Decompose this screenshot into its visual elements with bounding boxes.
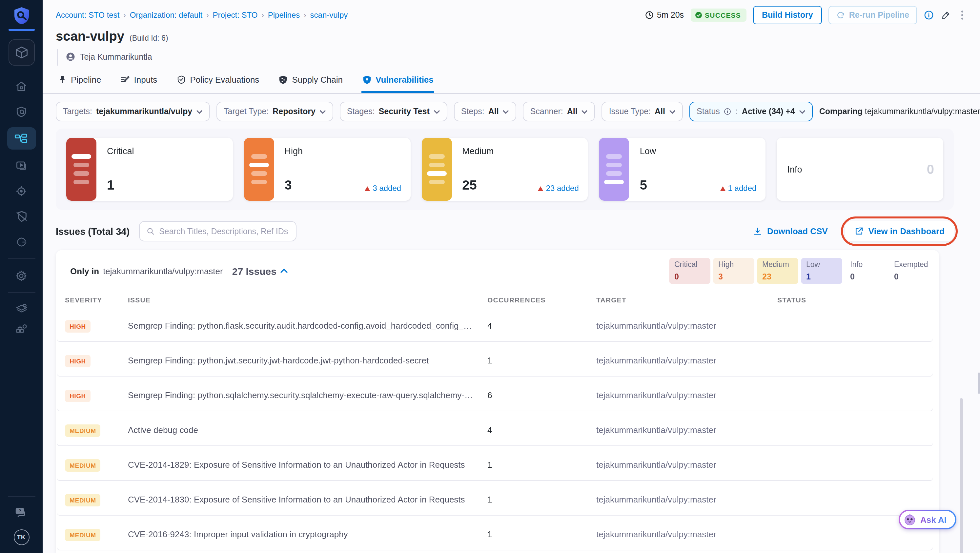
- target-icon: [15, 185, 27, 197]
- search-icon: [146, 227, 154, 235]
- module-selector-button[interactable]: [8, 39, 35, 65]
- chip-high: High3: [713, 258, 754, 284]
- sidebar-divider-3: [8, 496, 35, 497]
- filter-bar: Targets:tejakummarikuntla/vulpy Target T…: [56, 102, 980, 121]
- chevron-down-icon: [196, 109, 203, 114]
- gear-icon: [15, 269, 27, 282]
- table-row[interactable]: HIGH Semgrep Finding: python.flask.secur…: [57, 310, 933, 341]
- table-header: SEVERITY ISSUE OCCURRENCES TARGET STATUS: [56, 291, 939, 310]
- page-title: scan-vulpy: [56, 29, 124, 44]
- home-icon: [15, 80, 27, 92]
- app-window: ? TK ▶ Account: STO test› Organization: …: [0, 0, 980, 553]
- inputs-icon: [120, 75, 130, 84]
- chevron-down-icon: [799, 109, 805, 114]
- breadcrumb-pipelines[interactable]: Pipelines: [268, 11, 300, 20]
- user-avatar[interactable]: TK: [13, 529, 29, 545]
- sidebar-item-delegates[interactable]: [7, 319, 36, 338]
- sidebar-item-tokens[interactable]: [7, 232, 36, 252]
- issues-toolbar: Issues (Total 34) Download CSV View in D…: [56, 221, 954, 242]
- filter-status[interactable]: Status : Active (34) +4: [689, 102, 813, 121]
- filter-issue-type[interactable]: Issue Type:All: [602, 102, 683, 121]
- table-row[interactable]: MEDIUM CVE-2014-1830: Exposure of Sensit…: [57, 484, 933, 515]
- group-header[interactable]: Only in tejakummarikuntla/vulpy:master 2…: [56, 250, 939, 291]
- chevron-up-icon[interactable]: [280, 268, 288, 273]
- ask-ai-button[interactable]: Ask AI: [899, 510, 956, 529]
- help-button[interactable]: ?: [7, 503, 36, 523]
- tab-policy-evaluations[interactable]: Policy Evaluations: [175, 70, 260, 93]
- sidebar-item-scans[interactable]: [7, 102, 36, 121]
- filter-steps[interactable]: Steps:All: [454, 102, 517, 121]
- sidebar-item-home[interactable]: [7, 76, 36, 96]
- ai-robot-icon: [903, 513, 916, 526]
- kebab-menu-icon[interactable]: [958, 10, 967, 20]
- chip-info: Info0: [845, 258, 886, 284]
- severity-badge: MEDIUM: [65, 424, 101, 437]
- vulnerabilities-content: Targets:tejakummarikuntla/vulpy Target T…: [43, 94, 980, 553]
- high-bar-icon: [244, 138, 274, 201]
- sidebar-divider-2: [8, 292, 35, 292]
- chevron-down-icon: [582, 109, 588, 114]
- breadcrumb-project[interactable]: Project: STO: [213, 11, 258, 20]
- filter-scanner[interactable]: Scanner:All: [523, 102, 595, 121]
- severity-badge: MEDIUM: [65, 494, 101, 506]
- medium-card[interactable]: Medium 25 23 added: [422, 138, 588, 201]
- download-csv-button[interactable]: Download CSV: [753, 226, 828, 236]
- issues-search[interactable]: [139, 221, 296, 242]
- breadcrumb-pipeline-name[interactable]: scan-vulpy: [310, 11, 348, 20]
- page-scrollbar[interactable]: [978, 373, 980, 394]
- breadcrumb-organization[interactable]: Organization: default: [130, 11, 203, 20]
- issue-title[interactable]: CVE-2014-1830: Exposure of Sensitive Inf…: [128, 494, 487, 504]
- user-icon: [65, 52, 75, 62]
- build-history-button[interactable]: Build History: [753, 6, 822, 24]
- high-card[interactable]: High 3 3 added: [244, 138, 410, 201]
- tab-vulnerabilities[interactable]: Vulnerabilities: [361, 70, 434, 93]
- breadcrumb-account[interactable]: Account: STO test: [56, 11, 119, 20]
- issue-title[interactable]: Active debug code: [128, 425, 487, 435]
- info-card[interactable]: Info 0: [776, 138, 943, 201]
- chat-help-icon: ?: [15, 507, 28, 519]
- table-row[interactable]: MEDIUM Active debug code 4 tejakummariku…: [57, 415, 933, 445]
- sidebar-bottom: ? TK: [0, 489, 43, 553]
- tab-inputs[interactable]: Inputs: [120, 70, 158, 93]
- edit-pencil-icon[interactable]: [941, 10, 951, 20]
- info-icon[interactable]: [924, 10, 934, 20]
- sidebar-item-executions[interactable]: [7, 156, 36, 175]
- critical-card[interactable]: Critical 1: [66, 138, 233, 201]
- filter-stages[interactable]: Stages:Security Test: [340, 102, 447, 121]
- issue-title[interactable]: Semgrep Finding: python.jwt.security.jwt…: [128, 356, 487, 365]
- group-severity-chips: Critical0 High3 Medium23 Low1 Info0 Exem…: [667, 258, 930, 284]
- run-duration: 5m 20s: [644, 11, 684, 20]
- table-row[interactable]: MEDIUM CVE-2014-1829: Exposure of Sensit…: [57, 449, 933, 480]
- issue-title[interactable]: CVE-2016-9243: Improper input validation…: [128, 529, 487, 539]
- tab-supply-chain[interactable]: Supply Chain: [277, 70, 344, 93]
- high-added-note: 3 added: [365, 184, 401, 193]
- issue-title[interactable]: Semgrep Finding: python.sqlalchemy.secur…: [128, 390, 487, 400]
- table-row[interactable]: HIGH Semgrep Finding: python.jwt.securit…: [57, 345, 933, 376]
- filter-target-type[interactable]: Target Type:Repository: [216, 102, 333, 121]
- tab-pipeline[interactable]: Pipeline: [57, 70, 102, 93]
- sidebar-item-exemptions[interactable]: [7, 207, 36, 226]
- sidebar-item-environments[interactable]: [7, 299, 36, 319]
- issue-title[interactable]: Semgrep Finding: python.flask.security.a…: [128, 321, 487, 331]
- issue-title[interactable]: CVE-2014-1829: Exposure of Sensitive Inf…: [128, 460, 487, 470]
- low-card[interactable]: Low 5 1 added: [599, 138, 766, 201]
- severity-badge: MEDIUM: [65, 459, 101, 471]
- table-scrollbar[interactable]: [960, 398, 963, 553]
- power-circle-icon: [16, 236, 27, 248]
- view-in-dashboard-button[interactable]: View in Dashboard: [854, 226, 945, 236]
- filter-targets[interactable]: Targets:tejakummarikuntla/vulpy: [56, 102, 210, 121]
- table-row[interactable]: HIGH Semgrep Finding: python.sqlalchemy.…: [57, 380, 933, 411]
- sidebar-item-pipelines[interactable]: [7, 127, 36, 149]
- search-input[interactable]: [159, 227, 289, 236]
- shield-dot-icon: [362, 75, 372, 84]
- hierarchy-gear-icon: [15, 322, 28, 335]
- cube-icon: [14, 45, 29, 60]
- sidebar-item-project-settings[interactable]: [7, 266, 36, 285]
- sidebar-item-targets[interactable]: [7, 181, 36, 201]
- table-row[interactable]: MEDIUM CVE-2016-9243: Improper input val…: [57, 519, 933, 550]
- sidebar-nav: [7, 76, 36, 252]
- rerun-pipeline-button[interactable]: Re-run Pipeline: [829, 6, 917, 24]
- shield-check-icon: [176, 75, 186, 84]
- logo-underline: [8, 29, 35, 31]
- medium-added-note: 23 added: [538, 184, 579, 193]
